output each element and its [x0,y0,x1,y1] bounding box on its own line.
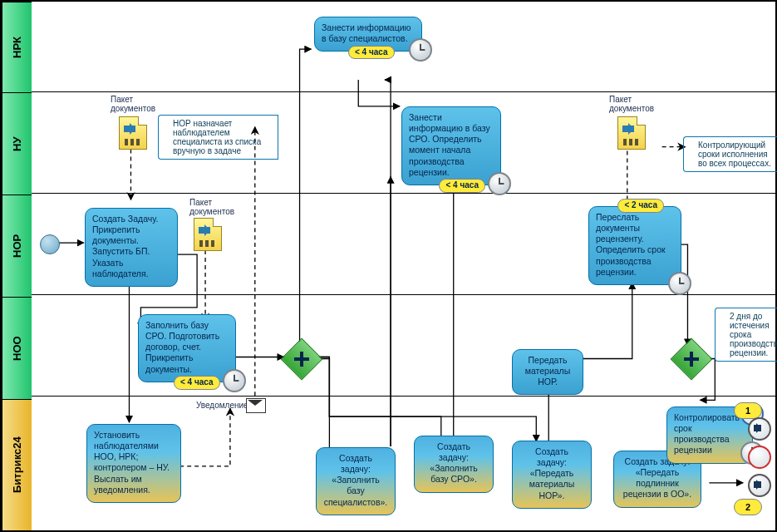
annotation-observer: НОР назначает наблюдателем специалиста и… [165,115,278,160]
duration-tag: < 4 часа [439,179,485,193]
parallel-gateway [281,338,323,381]
annotation-controller: Контролирующий сроки исполнения во всех … [690,136,777,172]
task-text: Установить наблюдателями НОО, НРК; контр… [94,430,170,495]
lane-nor: НОР [2,195,32,297]
task-noo-fill-sro[interactable]: Заполнить базу СРО. Подготовить договор,… [138,314,236,382]
task-nrk-enter-info[interactable]: Занести информацию в базу специалистов. … [314,17,422,52]
duration-tag: < 2 часа [617,199,664,213]
parallel-gateway [671,338,713,381]
task-text: Заполнить базу СРО. Подготовить договор,… [145,320,219,374]
task-text: Передать материалы НОР. [525,355,571,387]
task-nor-create-task[interactable]: Создать Задачу. Прикрепить документы. За… [85,208,178,287]
task-nu-enter-sro[interactable]: Занести информацию в базу СРО. Определит… [401,106,501,185]
task-text: Создать Задачу. Прикрепить документы. За… [92,214,158,278]
task-text: Занести информацию в базу СРО. Определит… [409,112,490,177]
task-b24-create-sro[interactable]: Создать задачу: «Заполнить базу СРО». [414,436,494,493]
lane-bitrix24: Битрикс24 [2,399,32,530]
notification-label: Уведомление [196,401,248,410]
bpmn-diagram: НРК НУ НОР НОО Битрикс24 [0,0,777,532]
task-text: Создать задачу: «Заполнить базу СРО». [430,441,477,484]
document-icon [617,116,646,150]
task-b24-set-observers[interactable]: Установить наблюдателями НОО, НРК; контр… [86,424,181,503]
task-b24-transfer-nor[interactable]: Создать задачу: «Передать материалы НОР»… [512,441,592,509]
terminate-event [748,446,771,469]
swimlane-labels: НРК НУ НОР НОО Битрикс24 [2,2,32,530]
duration-tag: < 4 часа [174,376,220,390]
start-event [40,234,60,254]
link-pill-2: 2 [734,499,762,515]
lane-nu: НУ [2,92,32,195]
link-throw-event [748,417,771,441]
duration-tag: < 4 часа [348,46,395,60]
task-noo-transfer[interactable]: Передать материалы НОР. [512,349,583,395]
task-text: Создать задачу: «Передать материалы НОР»… [529,446,575,500]
doc-label: Пакет документов [609,95,654,113]
link-pill-1: 1 [734,402,762,419]
link-throw-event [748,474,771,497]
task-b24-create-specdb[interactable]: Создать задачу: «Заполнить базу специали… [316,447,396,515]
task-text: Создать задачу: «Заполнить базу специали… [324,453,388,507]
envelope-icon [246,398,266,413]
diagram-body: Занести информацию в базу специалистов. … [32,2,775,530]
timer-icon [223,369,246,392]
task-text: Занести информацию в базу специалистов. [322,22,411,43]
task-nor-forward-docs[interactable]: Переслать документы рецензенту. Определи… [588,206,681,285]
document-icon [194,218,222,251]
document-icon [119,116,147,150]
doc-label: Пакет документов [111,95,155,113]
timer-icon [409,38,432,62]
timer-icon [668,272,691,295]
annotation-deadline: 2 дня до истечения срока производства ре… [721,308,777,362]
lane-nrk: НРК [2,2,32,92]
lane-noo: НОО [2,297,32,399]
task-text: Контролировать срок производства рецензи… [674,412,740,455]
task-text: Переслать документы рецензенту. Определи… [596,212,666,277]
timer-icon [488,172,511,195]
doc-label: Пакет документов [189,198,234,216]
